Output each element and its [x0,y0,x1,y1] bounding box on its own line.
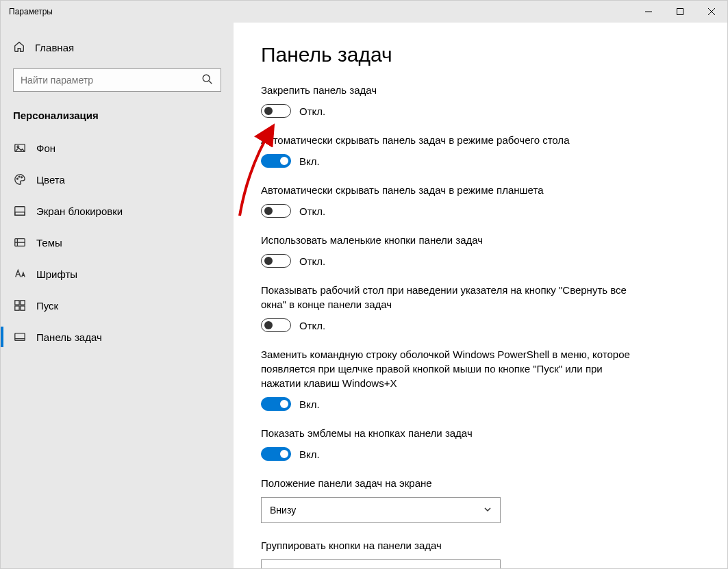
setting-label: Закрепить панель задач [261,83,644,97]
window-title: Параметры [9,7,53,16]
toggle-state: Вкл. [299,448,320,460]
svg-rect-1 [677,9,683,15]
nav-label: Шрифты [36,268,77,280]
minimize-button[interactable] [633,1,664,23]
svg-rect-11 [15,207,25,216]
setting-small-buttons: Использовать маленькие кнопки панели зад… [261,233,644,268]
start-icon [13,299,27,312]
nav-label: Панель задач [36,331,102,343]
dropdown-position[interactable]: Внизу [261,497,501,523]
toggle-state: Откл. [299,105,325,117]
toggle-autohide-tablet[interactable] [261,204,291,218]
dropdown-combine[interactable]: Всегда, скрывать метки [261,559,501,568]
nav-label: Экран блокировки [36,205,123,217]
content-area: Панель задач Закрепить панель задач Откл… [234,23,727,568]
chevron-down-icon [484,505,492,516]
sidebar-item-colors[interactable]: Цвета [1,164,234,195]
setting-label: Показывать рабочий стол при наведении ук… [261,283,644,312]
toggle-small-buttons[interactable] [261,254,291,268]
toggle-state: Откл. [299,205,325,217]
lockscreen-icon [13,205,27,217]
nav-label: Цвета [36,174,65,186]
svg-rect-15 [21,301,25,305]
svg-point-10 [21,177,23,178]
setting-label: Группировать кнопки на панели задач [261,538,644,553]
toggle-state: Откл. [299,255,325,267]
setting-label: Использовать маленькие кнопки панели зад… [261,233,644,247]
svg-rect-16 [15,306,19,310]
svg-rect-14 [15,301,19,305]
search-icon [201,73,214,88]
taskbar-icon [13,331,27,343]
search-input-wrap[interactable] [13,68,221,92]
palette-icon [13,173,27,186]
sidebar: Главная Персонализация Фон Цвета [1,23,234,568]
picture-icon [13,142,27,154]
setting-powershell: Заменить командную строку оболочкой Wind… [261,347,644,411]
setting-label: Автоматически скрывать панель задач в ре… [261,133,644,147]
window-controls [633,1,727,23]
setting-label: Автоматически скрывать панель задач в ре… [261,183,644,197]
toggle-state: Вкл. [299,155,320,167]
section-title: Персонализация [1,100,234,132]
svg-line-5 [209,81,212,84]
setting-lock-taskbar: Закрепить панель задач Откл. [261,83,644,118]
maximize-button[interactable] [664,1,696,23]
close-button[interactable] [696,1,727,23]
sidebar-item-taskbar[interactable]: Панель задач [1,321,234,353]
home-icon [13,40,25,55]
search-input[interactable] [21,75,201,86]
setting-autohide-tablet: Автоматически скрывать панель задач в ре… [261,183,644,218]
nav-label: Темы [36,237,62,249]
setting-badges: Показать эмблемы на кнопках панели задач… [261,426,644,461]
fonts-icon [13,268,27,280]
setting-label: Положение панели задач на экране [261,476,644,490]
home-link[interactable]: Главная [1,35,234,60]
svg-point-8 [17,178,18,179]
nav-list: Фон Цвета Экран блокировки Темы Шрифты [1,132,234,353]
svg-point-4 [203,75,210,81]
sidebar-item-fonts[interactable]: Шрифты [1,258,234,290]
setting-position: Положение панели задач на экране Внизу [261,476,644,523]
setting-label: Показать эмблемы на кнопках панели задач [261,426,644,440]
toggle-state: Откл. [299,320,325,331]
toggle-badges[interactable] [261,447,291,461]
page-title: Панель задач [261,43,700,66]
sidebar-item-lockscreen[interactable]: Экран блокировки [1,195,234,227]
sidebar-item-background[interactable]: Фон [1,132,234,164]
toggle-autohide-desktop[interactable] [261,154,291,168]
sidebar-item-start[interactable]: Пуск [1,290,234,321]
toggle-state: Вкл. [299,399,320,410]
toggle-lock-taskbar[interactable] [261,104,291,118]
sidebar-item-themes[interactable]: Темы [1,227,234,258]
setting-combine: Группировать кнопки на панели задач Всег… [261,538,644,568]
home-label: Главная [35,42,74,53]
themes-icon [13,236,27,249]
dropdown-value: Внизу [270,505,296,516]
toggle-show-desktop-hover[interactable] [261,318,291,332]
svg-rect-12 [15,212,25,216]
setting-autohide-desktop: Автоматически скрывать панель задач в ре… [261,133,644,168]
setting-label: Заменить командную строку оболочкой Wind… [261,347,644,390]
svg-rect-17 [21,306,25,310]
titlebar: Параметры [1,1,727,23]
nav-label: Пуск [36,300,58,312]
setting-show-desktop-hover: Показывать рабочий стол при наведении ук… [261,283,644,332]
svg-point-9 [18,176,20,177]
chevron-down-icon [484,567,492,568]
dropdown-value: Всегда, скрывать метки [270,567,375,568]
toggle-powershell[interactable] [261,397,291,411]
nav-label: Фон [36,142,55,154]
svg-rect-18 [15,333,25,341]
